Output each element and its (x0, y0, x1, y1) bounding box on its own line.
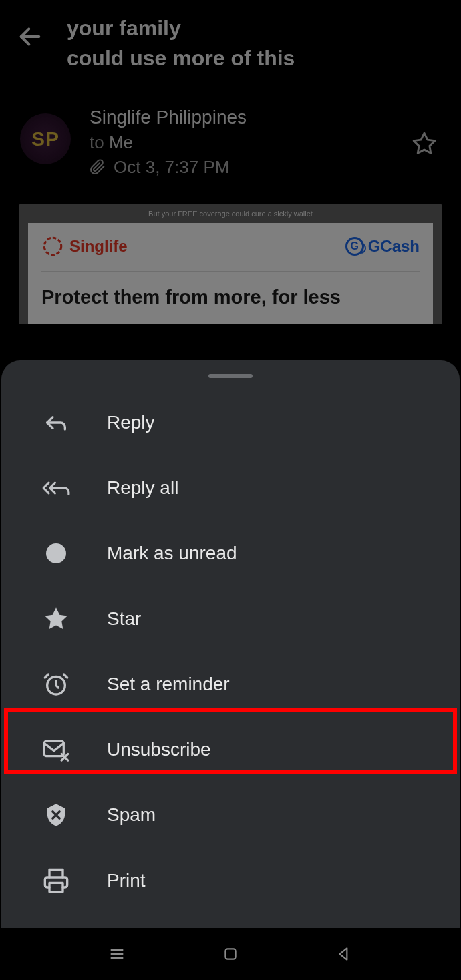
back-button[interactable] (13, 20, 47, 53)
singlife-swirl-icon (41, 235, 64, 258)
star-outline-icon (412, 131, 437, 156)
svg-marker-14 (340, 948, 347, 959)
menu-reply[interactable]: Reply (1, 390, 460, 455)
svg-point-2 (44, 238, 61, 255)
subject-line-2: could use more of this (67, 46, 295, 70)
star-icon (40, 603, 72, 635)
gcash-logo: G GCash (345, 237, 420, 256)
sender-avatar[interactable]: SP (20, 113, 71, 164)
menu-reply-all-label: Reply all (107, 477, 178, 499)
reply-all-icon (40, 472, 72, 504)
sender-name: Singlife Philippines (90, 107, 408, 128)
star-button[interactable] (408, 127, 441, 160)
date-line: Oct 3, 7:37 PM (90, 157, 408, 178)
svg-rect-9 (49, 883, 63, 891)
unsubscribe-icon (40, 734, 72, 766)
menu-spam-label: Spam (107, 804, 156, 826)
singlife-logo: Singlife (41, 235, 128, 258)
recipient-line[interactable]: to Me (90, 132, 408, 153)
svg-marker-4 (45, 607, 67, 629)
hamburger-icon (108, 945, 126, 963)
email-date: Oct 3, 7:37 PM (114, 157, 229, 178)
email-subject: your family could use more of this (67, 13, 295, 73)
menu-star[interactable]: Star (1, 586, 460, 652)
menu-reply-all[interactable]: Reply all (1, 455, 460, 521)
email-body-preview[interactable]: But your FREE coverage could cure a sick… (19, 204, 442, 324)
svg-marker-1 (414, 133, 435, 153)
email-preview-caption: But your FREE coverage could cure a sick… (19, 207, 442, 223)
svg-rect-13 (225, 949, 235, 959)
print-icon (40, 865, 72, 897)
menu-mark-unread[interactable]: Mark as unread (1, 521, 460, 586)
triangle-left-icon (335, 945, 353, 963)
nav-recents-button[interactable] (104, 941, 130, 967)
sheet-grabber[interactable] (208, 374, 253, 378)
arrow-left-icon (17, 23, 43, 50)
spam-shield-icon (40, 799, 72, 831)
square-icon (222, 945, 239, 963)
alarm-clock-icon (40, 668, 72, 700)
action-bottom-sheet: Reply Reply all Mark as unread Star Set … (1, 360, 460, 928)
gcash-text: GCash (368, 237, 420, 256)
menu-reminder-label: Set a reminder (107, 674, 230, 695)
subject-line-1: your family (67, 16, 181, 40)
attachment-icon (90, 159, 106, 175)
menu-unsubscribe[interactable]: Unsubscribe (1, 717, 460, 782)
menu-print-label: Print (107, 870, 146, 891)
menu-star-label: Star (107, 608, 141, 630)
unread-dot-icon (40, 537, 72, 569)
email-headline: Protect them from more, for less (41, 286, 420, 308)
menu-reply-label: Reply (107, 412, 155, 433)
nav-back-button[interactable] (331, 941, 357, 967)
menu-spam[interactable]: Spam (1, 782, 460, 848)
system-nav-bar (0, 928, 461, 980)
recipient-name: Me (109, 132, 133, 152)
menu-mark-unread-label: Mark as unread (107, 543, 237, 564)
menu-print[interactable]: Print (1, 848, 460, 913)
gcash-icon: G (345, 237, 364, 256)
menu-unsubscribe-label: Unsubscribe (107, 739, 211, 760)
menu-set-reminder[interactable]: Set a reminder (1, 652, 460, 717)
to-prefix: to (90, 132, 104, 152)
reply-icon (40, 407, 72, 439)
svg-point-3 (46, 543, 66, 563)
nav-home-button[interactable] (217, 941, 244, 967)
singlife-text: Singlife (69, 237, 128, 256)
